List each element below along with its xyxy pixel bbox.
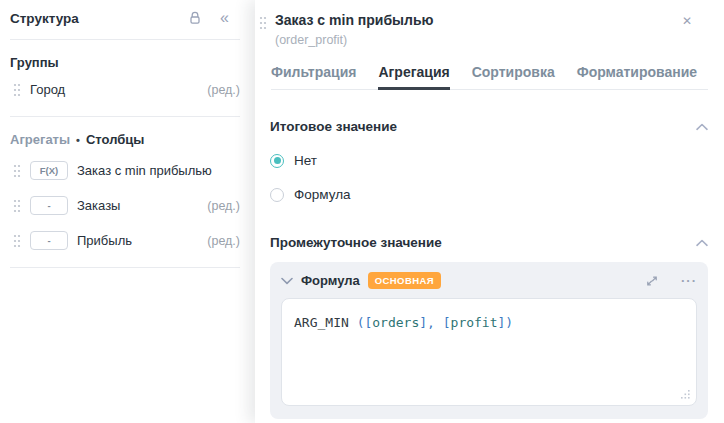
radio-unselected-icon[interactable] — [270, 188, 284, 202]
radio-label[interactable]: Формула — [294, 187, 351, 202]
breadcrumb: Агрегаты • Столбцы — [0, 117, 255, 149]
breadcrumb-aggregates[interactable]: Агрегаты — [10, 132, 70, 147]
code-token-punct: ], [ — [419, 315, 450, 330]
code-token-field: profit — [451, 315, 498, 330]
structure-panel-actions: « — [187, 10, 229, 26]
list-item-profit[interactable]: - Прибыль (ред.) — [0, 223, 255, 258]
list-item-label: Заказы — [77, 198, 198, 213]
aggregation-type-badge[interactable]: - — [30, 231, 68, 250]
edit-link[interactable]: (ред.) — [207, 83, 240, 97]
resize-handle-icon[interactable] — [680, 389, 690, 399]
dialog-header: Заказ с min прибылью (order_profit) ✕ — [255, 0, 724, 47]
breadcrumb-columns: Столбцы — [86, 132, 144, 147]
drag-handle-icon[interactable] — [13, 83, 21, 97]
lock-icon[interactable] — [187, 10, 203, 26]
structure-panel-title: Структура — [10, 11, 187, 26]
code-token-field: orders — [372, 315, 419, 330]
intermediate-value-section-header: Промежуточное значение — [270, 235, 708, 250]
app-window: Структура « Группы Город (ред.) — [0, 0, 724, 423]
formula-card: Формула ОСНОВНАЯ ··· ARG_MIN ([orders], … — [270, 262, 708, 419]
dialog-tabs: Фильтрация Агрегация Сортировка Форматир… — [271, 58, 708, 90]
aggregation-type-badge[interactable]: - — [30, 196, 68, 215]
expand-icon[interactable] — [645, 274, 659, 288]
breadcrumb-separator: • — [76, 134, 80, 146]
dialog-title: Заказ с min прибылью — [275, 12, 682, 28]
chevron-up-icon[interactable] — [696, 239, 708, 247]
dialog-body: Итоговое значение Нет Формула Промежуточ… — [255, 119, 724, 419]
total-value-title: Итоговое значение — [270, 119, 397, 134]
structure-panel-header: Структура « — [0, 0, 255, 34]
code-token-punct: ]) — [498, 315, 514, 330]
drag-handle-icon[interactable] — [13, 164, 21, 178]
collapse-panel-icon[interactable]: « — [220, 10, 229, 26]
radio-label[interactable]: Нет — [294, 153, 317, 168]
radio-option-formula[interactable]: Формула — [270, 187, 708, 202]
list-item-label: Город — [30, 82, 198, 97]
edit-link[interactable]: (ред.) — [207, 234, 240, 248]
main-formula-badge: ОСНОВНАЯ — [368, 272, 441, 289]
total-value-section-header: Итоговое значение — [270, 119, 708, 134]
radio-option-none[interactable]: Нет — [270, 153, 708, 168]
tab-sorting[interactable]: Сортировка — [472, 58, 555, 89]
list-item-label: Прибыль — [77, 233, 198, 248]
formula-code-line: ARG_MIN ([orders], [profit]) — [282, 299, 696, 346]
column-settings-dialog: Заказ с min прибылью (order_profit) ✕ Фи… — [255, 0, 724, 423]
drag-handle-icon[interactable] — [13, 199, 21, 213]
tab-aggregation[interactable]: Агрегация — [378, 58, 449, 89]
groups-section-title: Группы — [0, 40, 255, 72]
drag-handle-icon[interactable] — [259, 16, 267, 30]
list-item-orders[interactable]: - Заказы (ред.) — [0, 188, 255, 223]
tab-filtering[interactable]: Фильтрация — [271, 58, 356, 89]
list-item-order-min-profit[interactable]: F(X) Заказ с min прибылью — [0, 153, 255, 188]
tab-formatting[interactable]: Форматирование — [577, 58, 697, 89]
more-menu-icon[interactable]: ··· — [681, 274, 697, 287]
formula-editor[interactable]: ARG_MIN ([orders], [profit]) — [281, 298, 697, 406]
list-item-city[interactable]: Город (ред.) — [0, 72, 255, 107]
drag-handle-icon[interactable] — [13, 234, 21, 248]
formula-card-title: Формула — [301, 273, 360, 288]
code-token-function: ARG_MIN — [294, 315, 357, 330]
edit-link[interactable]: (ред.) — [207, 199, 240, 213]
chevron-up-icon[interactable] — [696, 123, 708, 131]
structure-panel: Структура « Группы Город (ред.) — [0, 0, 255, 423]
divider — [10, 267, 240, 268]
close-icon[interactable]: ✕ — [682, 15, 692, 27]
chevron-down-icon[interactable] — [281, 277, 293, 285]
dialog-titles: Заказ с min прибылью (order_profit) — [275, 12, 682, 47]
code-token-punct: ([ — [357, 315, 373, 330]
formula-card-header: Формула ОСНОВНАЯ ··· — [281, 272, 697, 289]
aggregation-type-badge[interactable]: F(X) — [30, 161, 68, 180]
list-item-label: Заказ с min прибылью — [77, 163, 240, 178]
intermediate-value-title: Промежуточное значение — [270, 235, 442, 250]
radio-selected-icon[interactable] — [270, 154, 284, 168]
dialog-subtitle: (order_profit) — [275, 33, 682, 47]
